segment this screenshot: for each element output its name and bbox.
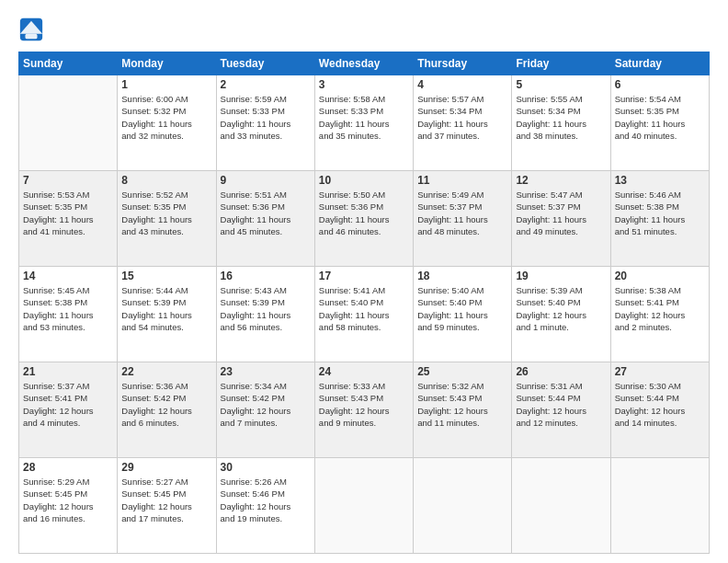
day-number: 27	[615, 365, 705, 378]
logo-icon	[18, 17, 44, 42]
weekday-header: Friday	[512, 52, 610, 75]
day-number: 21	[23, 365, 113, 378]
day-number: 18	[417, 270, 507, 282]
calendar-cell: 5Sunrise: 5:55 AMSunset: 5:34 PMDaylight…	[512, 75, 610, 171]
weekday-header: Sunday	[19, 52, 118, 75]
day-number: 8	[121, 174, 211, 187]
calendar-cell	[512, 458, 610, 554]
calendar-week-row: 14Sunrise: 5:45 AMSunset: 5:38 PMDayligh…	[19, 267, 710, 362]
day-detail: Sunrise: 5:53 AMSunset: 5:35 PMDaylight:…	[23, 189, 113, 237]
day-detail: Sunrise: 5:32 AMSunset: 5:43 PMDaylight:…	[417, 380, 507, 429]
day-detail: Sunrise: 5:47 AMSunset: 5:37 PMDaylight:…	[516, 189, 606, 237]
day-number: 26	[516, 365, 606, 378]
day-detail: Sunrise: 5:41 AMSunset: 5:40 PMDaylight:…	[319, 284, 409, 333]
weekday-header: Wednesday	[314, 52, 413, 75]
day-detail: Sunrise: 5:31 AMSunset: 5:44 PMDaylight:…	[516, 380, 606, 429]
calendar-cell: 10Sunrise: 5:50 AMSunset: 5:36 PMDayligh…	[314, 171, 413, 267]
calendar-week-row: 21Sunrise: 5:37 AMSunset: 5:41 PMDayligh…	[19, 362, 710, 458]
day-detail: Sunrise: 5:29 AMSunset: 5:45 PMDaylight:…	[23, 476, 113, 524]
calendar-cell: 2Sunrise: 5:59 AMSunset: 5:33 PMDaylight…	[216, 75, 314, 171]
day-number: 23	[221, 365, 311, 378]
calendar-cell: 19Sunrise: 5:39 AMSunset: 5:40 PMDayligh…	[512, 267, 610, 362]
day-number: 2	[221, 78, 311, 91]
day-number: 13	[615, 174, 705, 187]
calendar-week-row: 7Sunrise: 5:53 AMSunset: 5:35 PMDaylight…	[19, 171, 710, 267]
calendar-cell	[314, 458, 413, 554]
svg-rect-2	[25, 34, 37, 40]
day-number: 4	[417, 78, 507, 91]
day-detail: Sunrise: 5:52 AMSunset: 5:35 PMDaylight:…	[121, 189, 211, 237]
calendar-cell: 30Sunrise: 5:26 AMSunset: 5:46 PMDayligh…	[216, 458, 314, 554]
day-number: 7	[23, 174, 113, 187]
day-number: 9	[221, 174, 311, 187]
day-detail: Sunrise: 5:27 AMSunset: 5:45 PMDaylight:…	[121, 476, 211, 524]
day-number: 12	[516, 174, 606, 187]
header	[18, 17, 710, 42]
calendar-cell: 22Sunrise: 5:36 AMSunset: 5:42 PMDayligh…	[118, 362, 216, 458]
calendar-cell: 11Sunrise: 5:49 AMSunset: 5:37 PMDayligh…	[414, 171, 512, 267]
calendar-cell: 3Sunrise: 5:58 AMSunset: 5:33 PMDaylight…	[314, 75, 413, 171]
day-number: 22	[121, 365, 211, 378]
day-detail: Sunrise: 5:54 AMSunset: 5:35 PMDaylight:…	[615, 93, 705, 142]
calendar-cell: 17Sunrise: 5:41 AMSunset: 5:40 PMDayligh…	[314, 267, 413, 362]
calendar-cell: 24Sunrise: 5:33 AMSunset: 5:43 PMDayligh…	[314, 362, 413, 458]
day-number: 6	[615, 78, 705, 91]
day-number: 5	[516, 78, 606, 91]
calendar-cell: 26Sunrise: 5:31 AMSunset: 5:44 PMDayligh…	[512, 362, 610, 458]
day-detail: Sunrise: 5:33 AMSunset: 5:43 PMDaylight:…	[319, 380, 409, 429]
day-number: 19	[516, 270, 606, 282]
day-number: 1	[121, 78, 211, 91]
day-number: 24	[319, 365, 409, 378]
day-detail: Sunrise: 5:26 AMSunset: 5:46 PMDaylight:…	[221, 476, 311, 524]
calendar-cell: 28Sunrise: 5:29 AMSunset: 5:45 PMDayligh…	[19, 458, 118, 554]
calendar-cell: 29Sunrise: 5:27 AMSunset: 5:45 PMDayligh…	[118, 458, 216, 554]
day-detail: Sunrise: 5:57 AMSunset: 5:34 PMDaylight:…	[417, 93, 507, 142]
calendar-cell: 1Sunrise: 6:00 AMSunset: 5:32 PMDaylight…	[118, 75, 216, 171]
day-detail: Sunrise: 5:51 AMSunset: 5:36 PMDaylight:…	[221, 189, 311, 237]
calendar-cell	[414, 458, 512, 554]
calendar-cell: 13Sunrise: 5:46 AMSunset: 5:38 PMDayligh…	[610, 171, 709, 267]
calendar-cell: 4Sunrise: 5:57 AMSunset: 5:34 PMDaylight…	[414, 75, 512, 171]
day-detail: Sunrise: 5:46 AMSunset: 5:38 PMDaylight:…	[615, 189, 705, 237]
weekday-header: Monday	[118, 52, 216, 75]
day-detail: Sunrise: 5:43 AMSunset: 5:39 PMDaylight:…	[221, 284, 311, 333]
weekday-header-row: SundayMondayTuesdayWednesdayThursdayFrid…	[19, 52, 710, 75]
day-number: 30	[221, 461, 311, 474]
day-detail: Sunrise: 6:00 AMSunset: 5:32 PMDaylight:…	[121, 93, 211, 142]
day-detail: Sunrise: 5:55 AMSunset: 5:34 PMDaylight:…	[516, 93, 606, 142]
day-detail: Sunrise: 5:36 AMSunset: 5:42 PMDaylight:…	[121, 380, 211, 429]
calendar-cell: 9Sunrise: 5:51 AMSunset: 5:36 PMDaylight…	[216, 171, 314, 267]
day-number: 17	[319, 270, 409, 282]
day-detail: Sunrise: 5:50 AMSunset: 5:36 PMDaylight:…	[319, 189, 409, 237]
day-detail: Sunrise: 5:34 AMSunset: 5:42 PMDaylight:…	[221, 380, 311, 429]
calendar-cell	[19, 75, 118, 171]
calendar-week-row: 28Sunrise: 5:29 AMSunset: 5:45 PMDayligh…	[19, 458, 710, 554]
day-number: 10	[319, 174, 409, 187]
day-detail: Sunrise: 5:44 AMSunset: 5:39 PMDaylight:…	[121, 284, 211, 333]
weekday-header: Saturday	[610, 52, 709, 75]
page: SundayMondayTuesdayWednesdayThursdayFrid…	[0, 0, 728, 563]
day-number: 25	[417, 365, 507, 378]
calendar-cell	[610, 458, 709, 554]
calendar-cell: 7Sunrise: 5:53 AMSunset: 5:35 PMDaylight…	[19, 171, 118, 267]
calendar-cell: 16Sunrise: 5:43 AMSunset: 5:39 PMDayligh…	[216, 267, 314, 362]
calendar-cell: 20Sunrise: 5:38 AMSunset: 5:41 PMDayligh…	[610, 267, 709, 362]
calendar-cell: 27Sunrise: 5:30 AMSunset: 5:44 PMDayligh…	[610, 362, 709, 458]
day-detail: Sunrise: 5:58 AMSunset: 5:33 PMDaylight:…	[319, 93, 409, 142]
day-detail: Sunrise: 5:49 AMSunset: 5:37 PMDaylight:…	[417, 189, 507, 237]
calendar-cell: 21Sunrise: 5:37 AMSunset: 5:41 PMDayligh…	[19, 362, 118, 458]
calendar-cell: 6Sunrise: 5:54 AMSunset: 5:35 PMDaylight…	[610, 75, 709, 171]
day-number: 20	[615, 270, 705, 282]
day-number: 15	[121, 270, 211, 282]
day-detail: Sunrise: 5:59 AMSunset: 5:33 PMDaylight:…	[221, 93, 311, 142]
day-detail: Sunrise: 5:39 AMSunset: 5:40 PMDaylight:…	[516, 284, 606, 333]
calendar-cell: 12Sunrise: 5:47 AMSunset: 5:37 PMDayligh…	[512, 171, 610, 267]
day-detail: Sunrise: 5:37 AMSunset: 5:41 PMDaylight:…	[23, 380, 113, 429]
calendar-cell: 15Sunrise: 5:44 AMSunset: 5:39 PMDayligh…	[118, 267, 216, 362]
day-detail: Sunrise: 5:30 AMSunset: 5:44 PMDaylight:…	[615, 380, 705, 429]
calendar-cell: 18Sunrise: 5:40 AMSunset: 5:40 PMDayligh…	[414, 267, 512, 362]
calendar-cell: 8Sunrise: 5:52 AMSunset: 5:35 PMDaylight…	[118, 171, 216, 267]
day-detail: Sunrise: 5:45 AMSunset: 5:38 PMDaylight:…	[23, 284, 113, 333]
calendar-table: SundayMondayTuesdayWednesdayThursdayFrid…	[18, 52, 710, 554]
day-detail: Sunrise: 5:38 AMSunset: 5:41 PMDaylight:…	[615, 284, 705, 333]
